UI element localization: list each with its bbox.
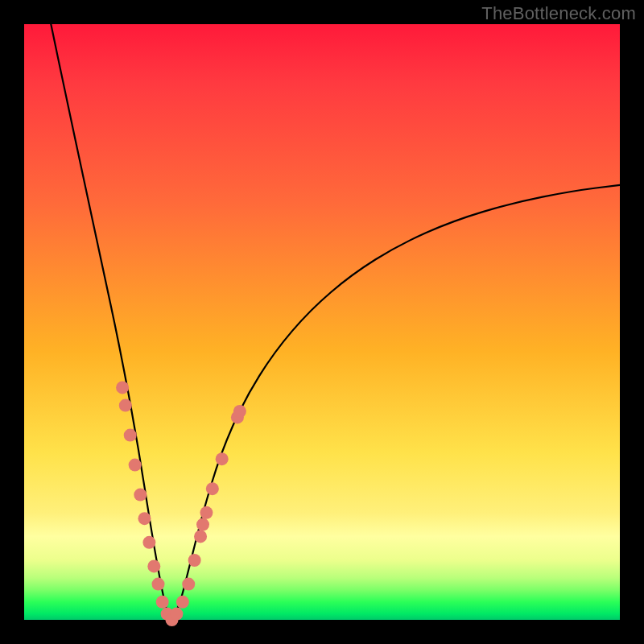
data-dot [196,518,209,531]
data-dot [147,559,160,572]
data-dot [206,482,219,495]
data-dot [200,506,213,519]
chart-svg [24,24,620,620]
data-dot [194,530,207,543]
data-dot [182,578,195,591]
watermark-text: TheBottleneck.com [481,3,636,24]
data-dot [170,608,183,621]
data-dot [134,489,147,502]
data-dot [152,578,165,591]
data-dot [233,405,246,418]
data-dot [156,596,169,609]
dots-group [116,381,246,626]
bottleneck-curve-path [51,24,620,617]
data-dot [188,554,201,567]
data-dot [116,381,129,394]
data-dot [138,512,151,525]
chart-frame: TheBottleneck.com [0,0,644,644]
data-dot [216,452,229,465]
data-dot [176,596,189,609]
data-dot [142,536,155,549]
data-dot [129,459,142,472]
data-dot [124,429,137,442]
plot-area [24,24,620,620]
data-dot [119,399,132,412]
